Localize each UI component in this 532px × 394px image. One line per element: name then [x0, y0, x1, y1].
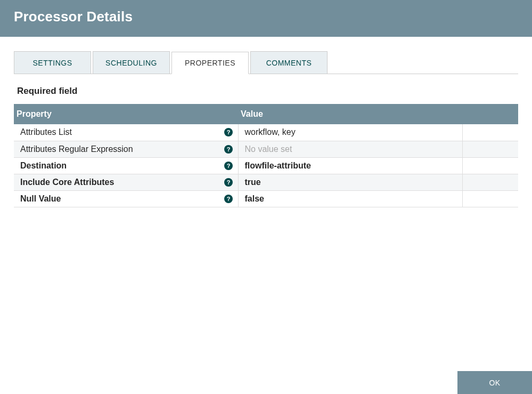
dialog-title: Processor Details — [14, 9, 518, 25]
svg-text:?: ? — [226, 146, 230, 152]
dialog-header: Processor Details — [0, 0, 532, 37]
required-field-label: Required field — [17, 86, 518, 97]
column-header-value: Value — [238, 104, 462, 124]
help-icon[interactable]: ? — [224, 195, 233, 203]
help-icon[interactable]: ? — [224, 178, 233, 187]
property-name: Include Core Attributes — [20, 178, 114, 187]
tab-row: SETTINGS SCHEDULING PROPERTIES COMMENTS — [14, 51, 518, 74]
tab-comments[interactable]: COMMENTS — [250, 51, 328, 74]
table-row[interactable]: Null Value ? false — [14, 190, 518, 207]
property-name: Destination — [20, 161, 67, 170]
table-row[interactable]: Attributes List ? workflow, key — [14, 124, 518, 141]
svg-text:?: ? — [226, 196, 230, 202]
property-extra — [462, 157, 518, 174]
properties-table: Property Value Attributes List ? workflo… — [14, 104, 518, 207]
svg-text:?: ? — [226, 129, 230, 135]
property-name: Null Value — [20, 194, 61, 203]
property-value: flowfile-attribute — [245, 161, 311, 170]
property-extra — [462, 174, 518, 190]
property-value: false — [245, 194, 264, 203]
tab-properties[interactable]: PROPERTIES — [171, 52, 249, 74]
tab-settings[interactable]: SETTINGS — [14, 51, 91, 74]
property-extra — [462, 124, 518, 141]
property-extra — [462, 141, 518, 157]
tab-scheduling[interactable]: SCHEDULING — [93, 51, 170, 74]
property-extra — [462, 190, 518, 207]
property-name: Attributes Regular Expression — [20, 144, 133, 154]
property-value: true — [245, 178, 261, 187]
ok-button[interactable]: OK — [457, 371, 532, 394]
help-icon[interactable]: ? — [224, 128, 233, 136]
svg-text:?: ? — [226, 163, 230, 169]
column-header-property: Property — [14, 104, 238, 124]
table-row[interactable]: Destination ? flowfile-attribute — [14, 157, 518, 174]
column-header-extra — [462, 104, 518, 124]
property-value: workflow, key — [245, 127, 296, 136]
help-icon[interactable]: ? — [224, 145, 233, 154]
svg-text:?: ? — [226, 179, 230, 186]
table-row[interactable]: Attributes Regular Expression ? No value… — [14, 141, 518, 157]
property-value: No value set — [245, 144, 292, 154]
property-name: Attributes List — [20, 127, 72, 136]
help-icon[interactable]: ? — [224, 162, 233, 170]
table-row[interactable]: Include Core Attributes ? true — [14, 174, 518, 190]
dialog-content: SETTINGS SCHEDULING PROPERTIES COMMENTS … — [0, 51, 532, 207]
